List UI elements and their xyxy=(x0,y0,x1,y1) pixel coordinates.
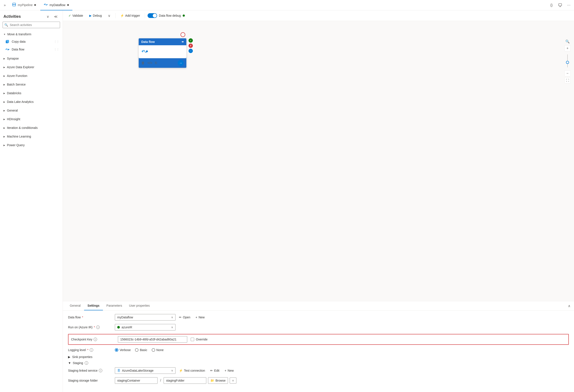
test-connection-icon: ⚡ xyxy=(179,369,183,372)
checkpoint-info-icon[interactable]: i xyxy=(94,338,97,341)
test-connection-btn[interactable]: ⚡ Test connection xyxy=(177,368,207,373)
monitor-icon-btn[interactable] xyxy=(557,2,564,9)
tab-dataflow[interactable]: myDataflow xyxy=(40,0,72,10)
radio-none[interactable]: None xyxy=(152,348,164,352)
panel-collapse-btn[interactable]: ∧ xyxy=(568,304,571,308)
section-databricks-header[interactable]: ▶ Databricks xyxy=(0,90,63,97)
dataflow-select-value: myDataflow xyxy=(117,315,169,319)
logging-required-star: * xyxy=(87,348,88,352)
radio-verbose[interactable]: Verbose xyxy=(115,348,131,352)
staging-linked-select[interactable]: 🗄 AzureDataLakeStorage ∨ xyxy=(115,367,176,374)
edit-linked-btn[interactable]: ✏ Edit xyxy=(208,368,221,373)
main-layout: Activities ∨ ≪ 🔍 ▼ Move & transform xyxy=(0,10,574,392)
drag-handle-copy: ⋮⋮ xyxy=(54,40,59,43)
plus-icon-linked: + xyxy=(225,369,226,372)
sidebar-item-data-flow[interactable]: Data flow ⋮⋮ xyxy=(0,45,63,53)
staging-folder-input[interactable] xyxy=(164,377,206,384)
new-linked-btn[interactable]: + New xyxy=(223,368,235,373)
section-data-lake-header[interactable]: ▶ Data Lake Analytics xyxy=(0,98,63,105)
minimize-icon[interactable]: ≪ xyxy=(52,13,59,20)
svg-point-4 xyxy=(44,4,45,5)
tab-general[interactable]: General xyxy=(66,301,84,310)
zoom-fullscreen-btn[interactable]: ⛶ xyxy=(564,77,571,83)
debug-dropdown-btn[interactable]: ∨ xyxy=(106,12,113,19)
sidebar-toggle[interactable]: » xyxy=(2,2,8,8)
section-general-header[interactable]: ▶ General xyxy=(0,107,63,114)
sidebar-item-copy-data[interactable]: Copy data ⋮⋮ xyxy=(0,38,63,45)
section-azure-explorer-header[interactable]: ▶ Azure Data Explorer xyxy=(0,64,63,71)
staging-linked-service-label: Staging linked service i xyxy=(68,369,111,372)
run-on-select[interactable]: azureIR ∨ xyxy=(115,324,176,331)
section-batch-service-header[interactable]: ▶ Batch Service xyxy=(0,81,63,88)
tab-parameters[interactable]: Parameters xyxy=(103,301,125,310)
open-external-icon[interactable]: ⬌ xyxy=(182,40,184,43)
dataflow-select-chevron: ∨ xyxy=(171,316,173,319)
staging-info-icon[interactable]: i xyxy=(85,361,88,365)
section-power-query-header[interactable]: ▶ Power Query xyxy=(0,142,63,149)
copy-icon[interactable]: ⎘ xyxy=(155,61,157,65)
staging-folder-control: / 📁 Browse ∨ xyxy=(115,377,569,384)
search-icon: 🔍 xyxy=(4,23,8,27)
chevron-right-icon-4: ▶ xyxy=(3,83,5,86)
section-general-label: General xyxy=(7,109,18,112)
section-ml-header[interactable]: ▶ Machine Learning xyxy=(0,133,63,140)
zoom-thumb[interactable] xyxy=(566,61,569,64)
dataflow-debug-toggle[interactable] xyxy=(147,13,157,18)
sidebar-header: Activities ∨ ≪ xyxy=(0,10,63,22)
section-databricks-label: Databricks xyxy=(7,91,21,95)
section-iteration-header[interactable]: ▶ Iteration & conditionals xyxy=(0,124,63,131)
dataflow-select[interactable]: myDataflow ∨ xyxy=(115,314,176,320)
collapse-icon[interactable]: ∨ xyxy=(44,13,51,20)
staging-container-input[interactable] xyxy=(115,377,158,384)
checkpoint-key-input[interactable] xyxy=(118,336,187,343)
more-options-btn[interactable]: ⋯ xyxy=(565,2,572,9)
delete-icon[interactable]: 🗑 xyxy=(141,61,145,65)
staging-toggle[interactable]: ▼ Staging i xyxy=(68,361,569,365)
open-dataflow-btn[interactable]: ✏ Open xyxy=(177,314,192,320)
zoom-slider[interactable] xyxy=(567,52,568,70)
canvas-area[interactable]: Data flow ⬌ Data flow xyxy=(63,21,574,301)
storage-icon: 🗄 xyxy=(117,369,120,372)
dataflow-node[interactable]: Data flow ⬌ Data flow xyxy=(139,38,186,68)
tab-user-properties[interactable]: User properties xyxy=(125,301,153,310)
run-on-control: azureIR ∨ xyxy=(115,324,569,331)
section-azure-function-header[interactable]: ▶ Azure Function xyxy=(0,72,63,79)
new-dataflow-btn[interactable]: + New xyxy=(194,314,206,320)
chevron-right-icon: ▶ xyxy=(3,57,5,60)
zoom-in-btn[interactable]: + xyxy=(564,45,571,51)
tab-settings[interactable]: Settings xyxy=(84,301,103,310)
staging-linked-info-icon[interactable]: i xyxy=(99,369,102,372)
section-move-transform-header[interactable]: ▼ Move & transform xyxy=(0,31,63,38)
svg-point-1 xyxy=(13,4,14,5)
section-hdinsight-header[interactable]: ▶ HDInsight xyxy=(0,116,63,123)
logging-radio-group: Verbose Basic None xyxy=(115,348,164,352)
dataflow-tab-label: myDataflow xyxy=(49,3,65,7)
sidebar-search: 🔍 xyxy=(3,22,60,28)
dataflow-node-body: Data flow xyxy=(139,45,186,58)
connect-arrow-btn[interactable]: → xyxy=(178,60,184,66)
drag-handle-df: ⋮⋮ xyxy=(54,48,59,51)
svg-point-13 xyxy=(142,50,144,52)
code-view-icon[interactable]: </> xyxy=(147,61,152,65)
section-synapse-header[interactable]: ▶ Synapse xyxy=(0,55,63,62)
node-status-icons: ✓ ✗ → xyxy=(188,38,193,53)
radio-basic[interactable]: Basic xyxy=(135,348,147,352)
add-trigger-btn[interactable]: ⚡ Add trigger xyxy=(118,13,142,19)
pipeline-icon xyxy=(12,3,16,7)
logging-info-icon[interactable]: i xyxy=(90,348,93,352)
tab-pipeline[interactable]: myPipeline xyxy=(9,0,40,10)
override-checkbox[interactable] xyxy=(191,338,194,341)
general-tab-label: General xyxy=(70,304,81,307)
zoom-search-icon[interactable]: 🔍 xyxy=(564,38,571,44)
zoom-out-btn[interactable]: − xyxy=(564,70,571,77)
run-on-info-icon[interactable]: i xyxy=(96,326,100,329)
validate-btn[interactable]: ✓ Validate xyxy=(66,13,85,19)
chevron-down-icon: ▼ xyxy=(3,33,6,36)
staging-linked-control: 🗄 AzureDataLakeStorage ∨ ⚡ Test connecti… xyxy=(115,367,569,374)
search-input[interactable] xyxy=(3,22,60,28)
browse-btn[interactable]: 📁 Browse xyxy=(208,377,228,384)
debug-btn[interactable]: ▶ Debug xyxy=(87,13,104,19)
sink-properties-toggle[interactable]: ▶ Sink properties xyxy=(68,355,569,359)
browse-dropdown-btn[interactable]: ∨ xyxy=(230,377,236,384)
code-icon-btn[interactable]: {} xyxy=(548,2,555,9)
